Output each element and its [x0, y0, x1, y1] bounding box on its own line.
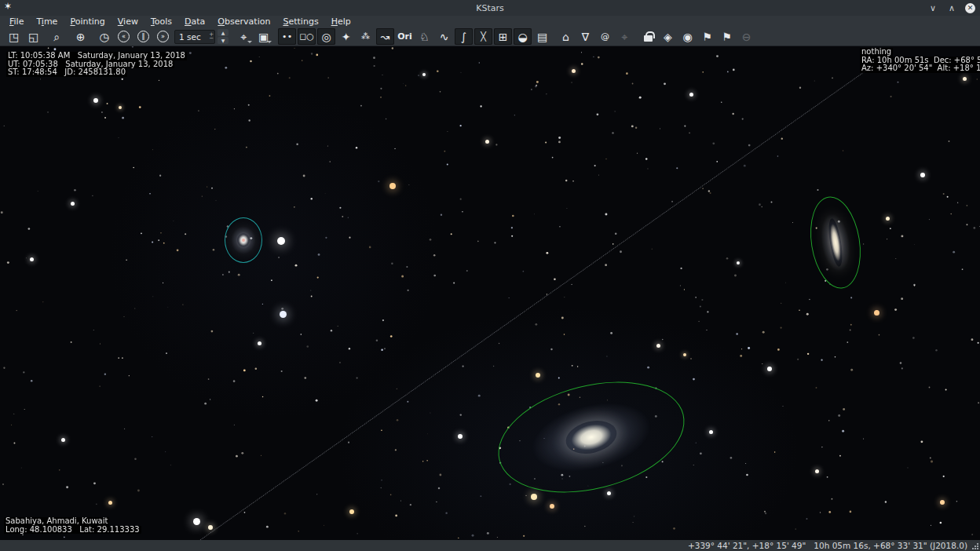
menu-observation[interactable]: Observation: [211, 16, 276, 27]
step-backward-button[interactable]: «: [115, 28, 133, 45]
bright-star[interactable]: [737, 261, 740, 265]
bright-star[interactable]: [767, 367, 772, 371]
find-object-button[interactable]: ⌕: [48, 28, 66, 45]
lock-position-button[interactable]: [639, 28, 657, 45]
bright-star[interactable]: [277, 237, 285, 245]
bright-star[interactable]: [709, 430, 713, 434]
bright-star[interactable]: [280, 311, 287, 318]
toggle-deep-sky-button[interactable]: ◻○: [298, 28, 316, 45]
toggle-equatorial-grid-button[interactable]: ⊞: [494, 28, 512, 45]
location-info-overlay: Sabahiya, Ahmadi, Kuwait Long: 48.100833…: [4, 517, 141, 534]
bright-star[interactable]: [920, 173, 925, 177]
wave-line-icon: ∿: [440, 31, 449, 42]
bright-star[interactable]: [349, 509, 354, 514]
toggle-horizon-button[interactable]: ◒: [514, 28, 532, 45]
bright-star[interactable]: [61, 438, 65, 442]
dome-icon: ⌂: [562, 31, 569, 42]
bright-star[interactable]: [874, 310, 879, 316]
menu-tools[interactable]: Tools: [144, 16, 178, 27]
bright-star[interactable]: [108, 501, 112, 505]
statusbar: +339° 44' 21", +18° 15' 49" 10h 05m 16s,…: [0, 540, 980, 551]
resize-grip[interactable]: [972, 543, 978, 549]
timestep-value[interactable]: 1 sec+−: [174, 30, 215, 44]
timestep-mini-steppers[interactable]: +−: [209, 31, 214, 43]
zoom-out-button[interactable]: ◱: [24, 28, 42, 45]
menu-data[interactable]: Data: [178, 16, 211, 27]
bright-star[interactable]: [815, 469, 819, 473]
observatory-dome-button[interactable]: ⌂: [557, 28, 575, 45]
bright-star[interactable]: [119, 106, 122, 109]
set-time-button[interactable]: ◷: [95, 28, 113, 45]
toggle-milky-way-button[interactable]: ∫: [455, 28, 473, 45]
timestep-up-button[interactable]: ▲: [218, 29, 229, 36]
toggle-constellation-boundaries-button[interactable]: ╳: [474, 28, 492, 45]
toggle-solar-system-button[interactable]: ◎: [317, 28, 335, 45]
timestep-down-button[interactable]: ▼: [218, 37, 229, 44]
menu-file[interactable]: File: [3, 16, 30, 27]
toggle-satellites-button[interactable]: ⁂: [357, 28, 375, 45]
toggle-comets-button[interactable]: ↝: [376, 28, 394, 45]
bright-star[interactable]: [258, 341, 261, 345]
location-name-text: Sabahiya, Ahmadi, Kuwait: [4, 517, 109, 526]
galaxy-spiral-button[interactable]: @: [596, 28, 614, 45]
menu-time[interactable]: Time: [30, 16, 64, 27]
window-controls: ∨ ∧ ✕: [927, 0, 975, 16]
timestep-spinbox[interactable]: 1 sec+−▲▼: [174, 29, 229, 44]
views-button[interactable]: ▣: [254, 28, 272, 45]
flag-icon: ⚑: [702, 31, 712, 42]
bright-star[interactable]: [656, 344, 660, 348]
add-flag-button[interactable]: ⚑: [698, 28, 716, 45]
menu-settings[interactable]: Settings: [276, 16, 324, 27]
bright-star[interactable]: [389, 183, 396, 189]
bright-star[interactable]: [30, 257, 34, 261]
toggle-constellation-names-button[interactable]: Ori: [396, 28, 414, 45]
starfield-canvas: [0, 46, 980, 540]
bright-star[interactable]: [531, 494, 537, 500]
cross-scatter-icon: ╳: [481, 32, 486, 41]
whats-interesting-button[interactable]: ▤: [533, 28, 551, 45]
toggle-supernovae-button[interactable]: ✦: [337, 28, 355, 45]
bright-star[interactable]: [458, 434, 463, 439]
bright-star[interactable]: [536, 373, 540, 378]
sky-map[interactable]: LT: 10:05:38 AM Saturday, January 13, 20…: [0, 46, 980, 540]
bright-star[interactable]: [940, 500, 945, 505]
list-icon: ▤: [537, 31, 547, 42]
elliptical-galaxy-marker-ellipse[interactable]: [225, 217, 262, 263]
menu-help[interactable]: Help: [325, 16, 357, 27]
stars-dots-icon: ∙•: [282, 32, 292, 41]
bright-star[interactable]: [193, 518, 200, 525]
bright-star[interactable]: [963, 77, 967, 81]
toggle-stars-button[interactable]: ∙•: [278, 28, 296, 45]
zoom-in-button[interactable]: ◳: [5, 28, 23, 45]
pause-clock-button[interactable]: ‖: [134, 28, 152, 45]
bright-star[interactable]: [689, 93, 693, 97]
bright-star[interactable]: [572, 69, 576, 73]
menu-pointing[interactable]: Pointing: [64, 16, 111, 27]
bright-star[interactable]: [683, 353, 686, 356]
geolocation-button[interactable]: ⊕: [71, 28, 90, 45]
focus-object-button[interactable]: ⌖: [235, 28, 253, 45]
color-scheme-button[interactable]: ◈: [659, 28, 677, 45]
maximize-button[interactable]: ∧: [946, 3, 957, 13]
bright-star[interactable]: [71, 202, 75, 206]
bright-star[interactable]: [93, 98, 98, 103]
minimize-button[interactable]: ∨: [927, 3, 938, 13]
step-forward-button[interactable]: »: [154, 28, 172, 45]
titlebar: ✶ KStars ∨ ∧ ✕: [0, 0, 980, 16]
bright-star[interactable]: [422, 73, 426, 76]
track-object-button: ⌖: [616, 28, 634, 45]
target-dot-button[interactable]: ◉: [678, 28, 697, 45]
bright-star[interactable]: [607, 491, 611, 495]
toggle-constellation-art-button[interactable]: ♘: [415, 28, 433, 45]
toggle-constellation-lines-button[interactable]: ∿: [435, 28, 453, 45]
bright-star[interactable]: [485, 140, 489, 144]
menu-view[interactable]: View: [112, 16, 144, 27]
step-backward-icon: «: [118, 31, 130, 42]
bright-star[interactable]: [886, 217, 890, 221]
bright-star[interactable]: [550, 504, 554, 509]
lighthouse-button[interactable]: ∇: [576, 28, 594, 45]
menubar: FileTimePointingViewToolsDataObservation…: [0, 16, 980, 27]
list-flags-button[interactable]: ⚑: [718, 28, 736, 45]
close-button[interactable]: ✕: [965, 3, 975, 13]
bright-star[interactable]: [208, 525, 213, 530]
